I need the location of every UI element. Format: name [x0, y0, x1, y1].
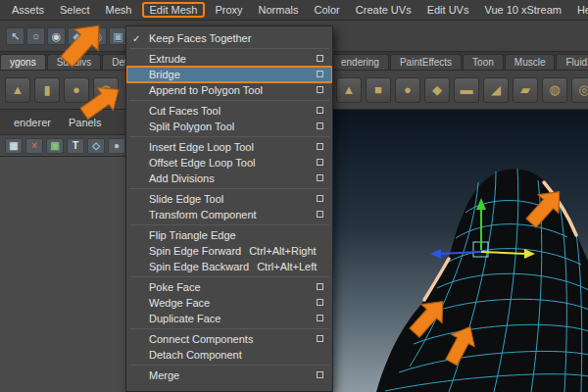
menu-vue-10-xstream[interactable]: Vue 10 xStream	[476, 2, 568, 18]
option-box-icon[interactable]	[317, 335, 323, 342]
shelf-tab-endering[interactable]: endering	[331, 54, 389, 70]
menu-item-detach-component[interactable]: Detach Component	[126, 347, 332, 363]
menu-item-slide-edge-tool[interactable]: Slide Edge Tool	[126, 191, 332, 207]
option-box-icon[interactable]	[317, 299, 323, 306]
option-box-icon[interactable]	[317, 122, 323, 129]
menu-item-label: Transform Component	[149, 209, 257, 220]
shelf-tab-subdivs[interactable]: Subdivs	[47, 54, 102, 70]
menu-item-merge[interactable]: Merge	[126, 368, 332, 383]
menu-item-duplicate-face[interactable]: Duplicate Face	[126, 311, 332, 326]
menu-item-label: Spin Edge Backward	[149, 261, 249, 272]
shelf-tab-ygons[interactable]: ygons	[0, 54, 46, 70]
option-box-icon[interactable]	[317, 174, 323, 181]
shelf-tab-toon[interactable]: Toon	[463, 54, 504, 70]
menu-item-label: Slide Edge Tool	[149, 193, 223, 205]
menu-item-label: Poke Face	[149, 281, 201, 293]
lasso-tool-icon[interactable]: ○	[26, 27, 45, 45]
poly-cone-icon[interactable]: ▲	[5, 77, 30, 103]
menu-item-keep-faces-together[interactable]: ✓Keep Faces Together	[126, 30, 332, 46]
option-box-icon[interactable]	[317, 86, 323, 93]
menu-mesh[interactable]: Mesh	[98, 2, 140, 18]
menu-separator	[129, 276, 329, 277]
poly-disc-icon[interactable]: ◍	[93, 77, 119, 103]
menu-separator	[129, 224, 329, 225]
poly-prism-icon[interactable]: ◆	[424, 77, 450, 103]
panel-menu-panels[interactable]: Panels	[63, 115, 108, 130]
option-box-icon[interactable]	[317, 143, 323, 150]
menu-edit-mesh[interactable]: Edit Mesh	[142, 2, 206, 18]
menu-assets[interactable]: Assets	[4, 2, 52, 18]
menu-item-bridge[interactable]: Bridge	[126, 67, 332, 82]
option-box-icon[interactable]	[317, 107, 323, 114]
film-gate-icon[interactable]: ▣	[46, 138, 64, 154]
shelf-tabs-right: enderingPaintEffectsToonMuscleFluids	[331, 54, 588, 70]
menu-item-spin-edge-backward[interactable]: Spin Edge BackwardCtrl+Alt+Left	[126, 259, 332, 274]
option-box-icon[interactable]	[317, 371, 323, 378]
option-box-icon[interactable]	[317, 71, 323, 77]
poly-pyramid-icon[interactable]: ▲	[336, 77, 362, 103]
option-box-icon[interactable]	[317, 211, 323, 218]
menu-edit-uvs[interactable]: Edit UVs	[419, 2, 477, 18]
checkmark-icon: ✓	[132, 33, 149, 44]
menu-item-transform-component[interactable]: Transform Component	[126, 207, 332, 222]
edit-mesh-menu-list: ✓Keep Faces TogetherExtrudeBridgeAppend …	[126, 30, 332, 383]
poly-wedge-icon[interactable]: ◢	[483, 77, 509, 103]
menu-item-extrude[interactable]: Extrude	[126, 51, 332, 67]
menu-separator	[129, 100, 329, 101]
menu-item-flip-triangle-edge[interactable]: Flip Triangle Edge	[126, 227, 332, 243]
manipulator-z-arrowhead[interactable]	[430, 249, 441, 259]
grid-toggle-icon[interactable]: ▦	[5, 138, 23, 154]
wireframe-mode-icon[interactable]: ◇	[87, 138, 105, 154]
menu-item-offset-edge-loop-tool[interactable]: Offset Edge Loop Tool	[126, 155, 332, 171]
menu-color[interactable]: Color	[307, 2, 348, 18]
menu-item-label: Add Divisions	[149, 172, 215, 184]
menu-create-uvs[interactable]: Create UVs	[348, 2, 419, 18]
option-box-icon[interactable]	[317, 159, 323, 166]
poly-sphere-icon[interactable]: ●	[64, 77, 89, 103]
shelf-tab-defo[interactable]: Defo	[102, 54, 125, 70]
poly-sphere-icon[interactable]: ●	[395, 77, 420, 103]
menu-normals[interactable]: Normals	[251, 2, 307, 18]
menu-item-cut-faces-tool[interactable]: Cut Faces Tool	[126, 103, 332, 119]
perspective-viewport[interactable]	[328, 110, 588, 392]
menu-item-insert-edge-loop-tool[interactable]: Insert Edge Loop Tool	[126, 139, 332, 155]
menu-item-wedge-face[interactable]: Wedge Face	[126, 295, 332, 311]
menu-item-label: Offset Edge Loop Tool	[149, 157, 255, 169]
shelf-tab-fluids[interactable]: Fluids	[556, 54, 588, 70]
shelf-tab-painteffects[interactable]: PaintEffects	[390, 54, 462, 70]
shaded-mode-icon[interactable]: ●	[108, 138, 125, 154]
option-box-icon[interactable]	[317, 315, 323, 321]
poly-plane-icon[interactable]: ▬	[454, 77, 479, 103]
select-tool-icon[interactable]: ↖	[6, 27, 24, 45]
texture-view-icon[interactable]: T	[67, 138, 84, 154]
shelf-icons-right: ▲■●◆▬◢▰◍◎◑▲	[331, 71, 588, 110]
menu-item-connect-components[interactable]: Connect Components	[126, 331, 332, 347]
option-box-icon[interactable]	[317, 55, 323, 62]
no-grid-icon[interactable]: ×	[25, 138, 43, 154]
poly-torus-icon[interactable]: ◎	[571, 77, 588, 103]
paint-select-icon[interactable]: ◉	[47, 27, 66, 45]
menu-proxy[interactable]: Proxy	[207, 2, 250, 18]
viewport-canvas	[329, 110, 588, 392]
menu-item-poke-face[interactable]: Poke Face	[126, 279, 332, 295]
menu-item-label: Extrude	[149, 53, 186, 65]
shelf-tab-muscle[interactable]: Muscle	[505, 54, 556, 70]
move-tool-icon[interactable]: ◆	[68, 27, 86, 45]
menu-item-label: Split Polygon Tool	[149, 121, 234, 132]
menu-item-label: Spin Edge Forward	[149, 245, 241, 257]
menu-item-split-polygon-tool[interactable]: Split Polygon Tool	[126, 119, 332, 134]
poly-helix-icon[interactable]: ▰	[513, 77, 538, 103]
menu-item-append-to-polygon-tool[interactable]: Append to Polygon Tool	[126, 82, 332, 98]
rotate-tool-icon[interactable]: ◎	[88, 27, 107, 45]
option-box-icon[interactable]	[317, 283, 323, 290]
poly-pipe-icon[interactable]: ◍	[542, 77, 567, 103]
poly-cube-icon[interactable]: ■	[366, 77, 391, 103]
menu-item-add-divisions[interactable]: Add Divisions	[126, 171, 332, 186]
menu-select[interactable]: Select	[52, 2, 98, 18]
panel-menu-enderer[interactable]: enderer	[8, 115, 57, 130]
poly-barrel-icon[interactable]: ▮	[34, 77, 60, 103]
menu-item-label: Bridge	[149, 69, 180, 80]
menu-item-spin-edge-forward[interactable]: Spin Edge ForwardCtrl+Alt+Right	[126, 243, 332, 259]
option-box-icon[interactable]	[317, 195, 323, 202]
menu-help[interactable]: Help	[569, 2, 588, 18]
